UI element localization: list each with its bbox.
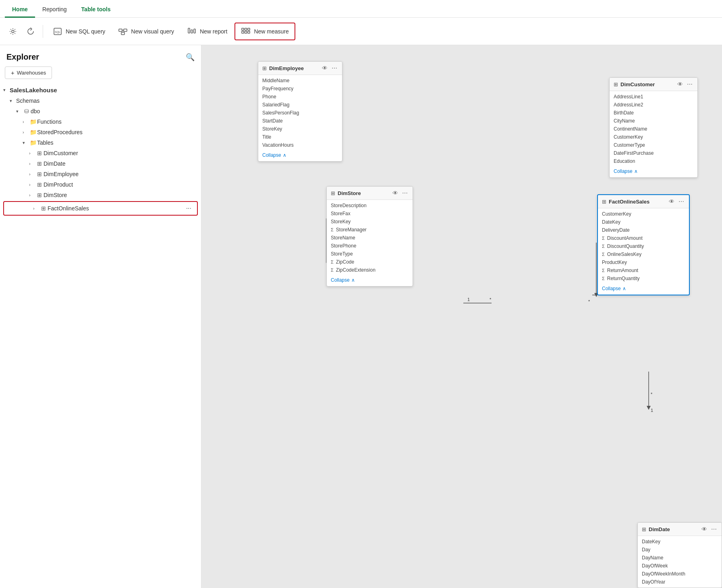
tree-item-storedprocedures[interactable]: › 📁 StoredProcedures: [0, 127, 201, 137]
card-row[interactable]: ΣStoreManager: [327, 226, 413, 234]
card-row[interactable]: BirthDate: [610, 109, 697, 117]
card-more-button-factonlinesales[interactable]: ⋯: [678, 198, 685, 205]
new-sql-button[interactable]: SQL New SQL query: [47, 23, 111, 39]
table-icon-dimstore: ⊞: [35, 192, 44, 198]
collapse-factonlinesales[interactable]: Collapse ∧: [598, 284, 689, 295]
new-report-button[interactable]: New report: [181, 23, 233, 39]
card-row[interactable]: DayOfYear: [638, 578, 722, 586]
canvas-area: 1 1 * 1 * * 1 ⊞ DimEmployee: [201, 45, 722, 588]
card-row[interactable]: StoreKey: [327, 218, 413, 226]
arrow-schemas: ▾: [10, 98, 16, 104]
card-eye-button-dimstore[interactable]: 👁: [392, 190, 399, 196]
card-row[interactable]: DayOfWeekInMonth: [638, 570, 722, 578]
tree-item-dimdate[interactable]: › ⊞ DimDate: [0, 158, 201, 169]
collapse-dimemployee[interactable]: Collapse ∧: [258, 151, 342, 161]
card-title-dimemployee: DimEmployee: [269, 65, 304, 71]
card-row[interactable]: ΣDiscountAmount: [598, 234, 689, 242]
svg-rect-13: [248, 28, 250, 30]
card-row[interactable]: SalesPersonFlag: [258, 109, 342, 117]
card-row[interactable]: MiddleName: [258, 77, 342, 85]
card-row[interactable]: DeliveryDate: [598, 226, 689, 234]
tree-item-schemas[interactable]: ▾ Schemas: [0, 96, 201, 106]
more-options-icon[interactable]: ···: [184, 204, 194, 213]
card-row[interactable]: Title: [258, 133, 342, 141]
card-row[interactable]: Day: [638, 546, 722, 554]
card-row[interactable]: CustomerKey: [610, 133, 697, 141]
card-row[interactable]: ProductKey: [598, 258, 689, 266]
card-row[interactable]: ΣZipCode: [327, 258, 413, 266]
settings-icon: [9, 27, 17, 35]
card-body-factonlinesales: CustomerKey DateKey DeliveryDate ΣDiscou…: [598, 208, 689, 284]
card-eye-button-dimcustomer[interactable]: 👁: [676, 81, 684, 87]
schema-icon: ⛁: [23, 108, 31, 114]
card-row[interactable]: CustomerKey: [598, 210, 689, 218]
search-icon[interactable]: 🔍: [186, 53, 195, 62]
card-eye-button-dimdate[interactable]: 👁: [701, 526, 708, 532]
card-row[interactable]: DayOfWeek: [638, 562, 722, 570]
svg-rect-16: [248, 31, 250, 33]
card-more-button-dimdate[interactable]: ⋯: [710, 526, 718, 532]
card-row[interactable]: SalariedFlag: [258, 101, 342, 109]
tree-item-functions[interactable]: › 📁 Functions: [0, 116, 201, 127]
card-row[interactable]: AddressLine2: [610, 101, 697, 109]
tree-item-saleslakehouse[interactable]: ▾ SalesLakehouse: [0, 85, 201, 96]
card-row[interactable]: ΣZipCodeExtension: [327, 266, 413, 274]
card-eye-button-factonlinesales[interactable]: 👁: [668, 198, 675, 205]
tree-item-tables[interactable]: ▾ 📁 Tables: [0, 137, 201, 148]
new-measure-button[interactable]: New measure: [234, 23, 295, 40]
card-row[interactable]: AddressLine1: [610, 93, 697, 101]
card-row[interactable]: StoreName: [327, 234, 413, 242]
card-body-dimstore: StoreDescription StoreFax StoreKey ΣStor…: [327, 200, 413, 276]
card-row[interactable]: DayName: [638, 554, 722, 562]
tree-item-dimstore[interactable]: › ⊞ DimStore: [0, 190, 201, 200]
card-row[interactable]: StoreDescription: [327, 202, 413, 210]
tree-item-dimcustomer[interactable]: › ⊞ DimCustomer: [0, 148, 201, 158]
collapse-dimstore[interactable]: Collapse ∧: [327, 276, 413, 286]
functions-label: Functions: [37, 118, 198, 125]
collapse-dimcustomer[interactable]: Collapse ∧: [610, 167, 697, 177]
card-row[interactable]: PayFrequency: [258, 85, 342, 93]
settings-button[interactable]: [5, 23, 21, 39]
card-more-button-dimcustomer[interactable]: ⋯: [686, 81, 693, 87]
card-row[interactable]: Phone: [258, 93, 342, 101]
card-row[interactable]: StartDate: [258, 117, 342, 125]
card-row[interactable]: ΣDiscountQuantity: [598, 242, 689, 250]
table-card-icon-dimdate: ⊞: [642, 526, 646, 532]
card-row[interactable]: StorePhone: [327, 242, 413, 250]
tab-reporting[interactable]: Reporting: [35, 2, 74, 18]
card-row[interactable]: VacationHours: [258, 141, 342, 149]
card-row[interactable]: StoreKey: [258, 125, 342, 133]
card-row[interactable]: CustomerType: [610, 141, 697, 149]
card-header-factonlinesales: ⊞ FactOnlineSales 👁 ⋯: [598, 195, 689, 208]
tree-item-dbo[interactable]: ▾ ⛁ dbo: [0, 106, 201, 116]
card-row[interactable]: StoreType: [327, 250, 413, 258]
card-row[interactable]: ΣReturnQuantity: [598, 274, 689, 283]
plus-icon: +: [11, 69, 15, 76]
tree-item-factonlinesales[interactable]: › ⊞ FactOnlineSales ···: [3, 201, 198, 216]
tables-label: Tables: [37, 139, 198, 146]
tab-home[interactable]: Home: [5, 2, 35, 18]
tree-item-dimproduct[interactable]: › ⊞ DimProduct: [0, 179, 201, 190]
refresh-button[interactable]: [23, 23, 39, 39]
card-body-dimcustomer: AddressLine1 AddressLine2 BirthDate City…: [610, 91, 697, 167]
arrow-dimdate: ›: [29, 161, 35, 166]
tab-table-tools[interactable]: Table tools: [74, 2, 118, 18]
card-row[interactable]: ΣReturnAmount: [598, 266, 689, 274]
card-row[interactable]: ContinentName: [610, 125, 697, 133]
card-row[interactable]: DateKey: [638, 538, 722, 546]
card-row[interactable]: Education: [610, 157, 697, 165]
card-row[interactable]: StoreFax: [327, 210, 413, 218]
add-warehouses-button[interactable]: + Warehouses: [5, 66, 52, 79]
card-eye-button-dimemployee[interactable]: 👁: [321, 65, 328, 71]
card-row[interactable]: CityName: [610, 117, 697, 125]
arrow-storedprocedures: ›: [23, 130, 29, 135]
card-more-button-dimemployee[interactable]: ⋯: [331, 65, 338, 71]
tree-item-dimemployee[interactable]: › ⊞ DimEmployee: [0, 169, 201, 179]
card-row[interactable]: DateKey: [598, 218, 689, 226]
svg-marker-31: [647, 406, 651, 410]
card-row[interactable]: ΣOnlineSalesKey: [598, 250, 689, 258]
card-more-button-dimstore[interactable]: ⋯: [401, 190, 409, 196]
dimproduct-label: DimProduct: [44, 181, 198, 188]
new-visual-button[interactable]: New visual query: [112, 23, 180, 39]
card-row[interactable]: DateFirstPurchase: [610, 149, 697, 157]
